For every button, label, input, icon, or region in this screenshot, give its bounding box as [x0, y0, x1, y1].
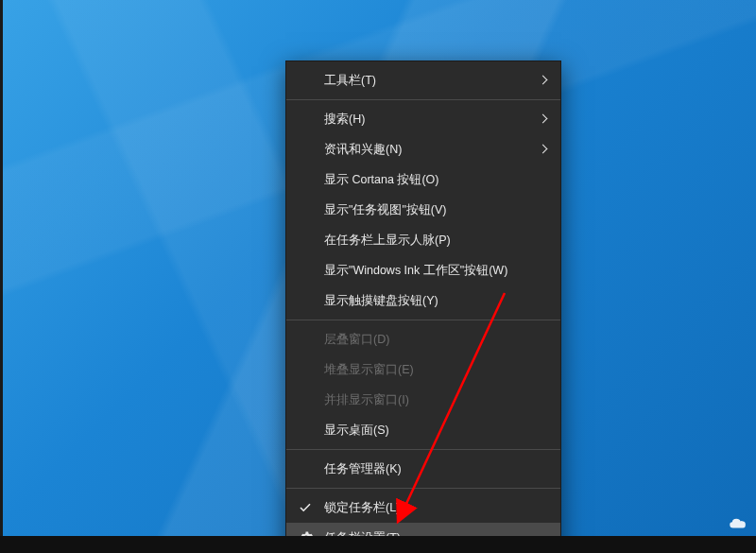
chevron-right-icon — [541, 114, 547, 124]
menu-item[interactable]: 任务管理器(K) — [286, 454, 560, 484]
menu-item[interactable]: 显示桌面(S) — [286, 415, 560, 445]
menu-item-label: 堆叠显示窗口(E) — [324, 362, 547, 378]
menu-item-label: 搜索(H) — [324, 112, 541, 128]
taskbar-context-menu: 工具栏(T)搜索(H)资讯和兴趣(N)显示 Cortana 按钮(O)显示"任务… — [285, 60, 561, 553]
chevron-right-icon — [541, 145, 547, 154]
menu-item-label: 任务管理器(K) — [324, 461, 547, 477]
menu-item-label: 锁定任务栏(L) — [324, 500, 547, 516]
menu-item-label: 显示桌面(S) — [324, 423, 547, 439]
cloud-tray-icon[interactable] — [728, 517, 748, 530]
menu-item[interactable]: 搜索(H) — [286, 104, 560, 134]
menu-item-label: 资讯和兴趣(N) — [324, 142, 541, 158]
window-frame-left — [0, 0, 3, 553]
menu-separator — [286, 449, 560, 450]
menu-item[interactable]: 资讯和兴趣(N) — [286, 134, 560, 164]
menu-item-label: 在任务栏上显示人脉(P) — [324, 233, 547, 249]
menu-item-label: 显示"Windows Ink 工作区"按钮(W) — [324, 263, 547, 279]
menu-item: 堆叠显示窗口(E) — [286, 354, 560, 385]
menu-item[interactable]: 显示触摸键盘按钮(Y) — [286, 285, 560, 316]
menu-item[interactable]: 锁定任务栏(L) — [286, 493, 560, 523]
menu-item[interactable]: 显示"Windows Ink 工作区"按钮(W) — [286, 255, 560, 285]
menu-item-label: 工具栏(T) — [324, 73, 541, 89]
menu-item[interactable]: 显示 Cortana 按钮(O) — [286, 164, 560, 195]
menu-item-label: 显示"任务视图"按钮(V) — [324, 202, 547, 218]
check-icon — [300, 502, 311, 513]
menu-separator — [286, 99, 560, 100]
menu-item[interactable]: 工具栏(T) — [286, 65, 560, 95]
menu-separator — [286, 320, 560, 320]
menu-separator — [286, 488, 560, 489]
chevron-right-icon — [541, 76, 547, 85]
menu-item[interactable]: 在任务栏上显示人脉(P) — [286, 225, 560, 255]
menu-item-label: 并排显示窗口(I) — [324, 392, 547, 408]
menu-item[interactable]: 显示"任务视图"按钮(V) — [286, 195, 560, 225]
menu-item-label: 层叠窗口(D) — [324, 332, 547, 348]
menu-item: 并排显示窗口(I) — [286, 385, 560, 415]
menu-item: 层叠窗口(D) — [286, 324, 560, 354]
taskbar[interactable] — [0, 536, 756, 553]
menu-item-label: 显示触摸键盘按钮(Y) — [324, 293, 547, 309]
menu-item-label: 显示 Cortana 按钮(O) — [324, 172, 547, 188]
